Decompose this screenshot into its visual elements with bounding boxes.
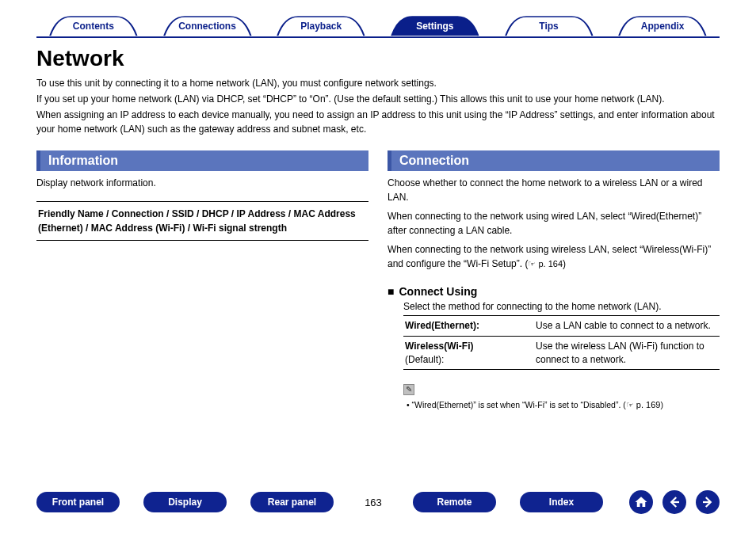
connection-p2: When connecting to the network using wir… (388, 209, 720, 238)
intro-line: To use this unit by connecting it to a h… (36, 76, 720, 90)
display-button[interactable]: Display (143, 492, 227, 512)
tab-contents[interactable]: Contents (36, 16, 151, 36)
page-number: 163 (357, 497, 389, 508)
tab-playback[interactable]: Playback (264, 16, 378, 36)
option-row-wireless: Wireless(Wi-Fi) (Default): Use the wirel… (403, 337, 720, 371)
information-fields: Friendly Name / Connection / SSID / DHCP… (36, 201, 368, 241)
tab-label: Settings (416, 21, 453, 32)
information-section: Information Display network information.… (36, 150, 368, 410)
connect-using-heading: ■Connect Using (388, 285, 720, 298)
tab-appendix[interactable]: Appendix (605, 16, 720, 36)
intro-line: If you set up your home network (LAN) vi… (36, 92, 720, 106)
option-desc: Use the wireless LAN (Wi-Fi) function to… (536, 340, 718, 367)
option-row-wired: Wired(Ethernet): Use a LAN cable to conn… (403, 316, 720, 337)
connection-p1: Choose whether to connect the home netwo… (388, 176, 720, 204)
option-desc: Use a LAN cable to connect to a network. (536, 319, 718, 333)
tab-label: Contents (73, 21, 114, 32)
connect-using-desc: Select the method for connecting to the … (403, 301, 720, 312)
intro-text: To use this unit by connecting it to a h… (36, 76, 720, 136)
front-panel-button[interactable]: Front panel (36, 492, 120, 512)
prev-page-icon[interactable] (662, 490, 686, 514)
remote-button[interactable]: Remote (413, 492, 496, 512)
section-heading-connection: Connection (388, 150, 720, 171)
page-ref-link[interactable]: ☞ p. 169 (626, 400, 661, 409)
option-label: Wired(Ethernet): (405, 320, 479, 331)
tab-label: Playback (300, 21, 342, 32)
note-text: • “Wired(Ethernet)” is set when “Wi-Fi” … (407, 400, 626, 409)
information-desc: Display network information. (36, 176, 368, 190)
section-heading-information: Information (36, 150, 368, 171)
page-title: Network (36, 46, 720, 71)
note-icon: ✎ (403, 384, 414, 395)
note-block: ✎ • “Wired(Ethernet)” is set when “Wi-Fi… (403, 384, 720, 410)
tab-settings[interactable]: Settings (378, 16, 492, 36)
tab-tips[interactable]: Tips (492, 16, 606, 36)
connection-section: Connection Choose whether to connect the… (388, 150, 720, 410)
index-button[interactable]: Index (520, 492, 603, 512)
next-page-icon[interactable] (696, 490, 720, 514)
top-tabs: Contents Connections Playback Settings T… (36, 16, 720, 38)
rear-panel-button[interactable]: Rear panel (250, 492, 334, 512)
option-default: (Default): (405, 354, 444, 365)
intro-line: When assigning an IP address to each dev… (36, 108, 720, 136)
tab-label: Tips (539, 21, 558, 32)
tab-connections[interactable]: Connections (151, 16, 265, 36)
home-icon[interactable] (629, 490, 653, 514)
tab-label: Appendix (641, 21, 685, 32)
connection-p3: When connecting to the network using wir… (388, 242, 720, 271)
footer-bar: Front panel Display Rear panel 163 Remot… (36, 490, 720, 514)
page-ref-link[interactable]: ☞ p. 164 (528, 259, 563, 268)
option-label: Wireless(Wi-Fi) (405, 341, 473, 352)
square-bullet-icon: ■ (388, 285, 394, 298)
tab-label: Connections (178, 21, 236, 32)
connect-using-options: Wired(Ethernet): Use a LAN cable to conn… (403, 315, 720, 370)
